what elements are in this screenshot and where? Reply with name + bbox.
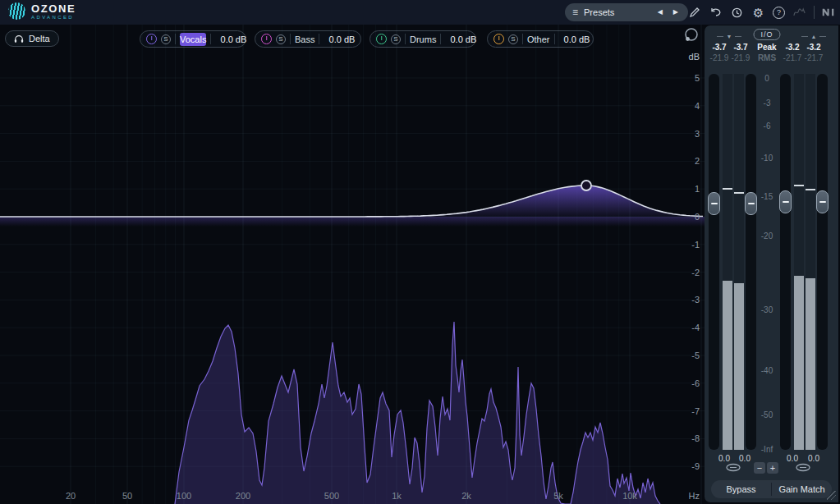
meter-scale-tick: -15	[761, 192, 773, 201]
svg-text:500: 500	[324, 491, 339, 501]
svg-text:-5: -5	[691, 351, 700, 360]
svg-text:-7: -7	[691, 406, 700, 416]
input-fader-track[interactable]	[746, 74, 756, 450]
input-meter-level	[723, 281, 732, 450]
svg-text:50: 50	[122, 491, 132, 501]
undo-icon[interactable]	[709, 6, 723, 20]
preset-prev-button[interactable]: ◀	[655, 3, 665, 21]
input-peak-value: -3.7	[733, 43, 747, 52]
preset-next-button[interactable]: ▶	[671, 3, 681, 21]
spectrum-fill	[175, 322, 660, 504]
svg-text:dB: dB	[689, 52, 700, 62]
svg-text:3: 3	[695, 129, 700, 139]
eq-curve-fill	[0, 186, 703, 217]
input-peak-value: -3.7	[712, 43, 726, 52]
svg-text:Hz: Hz	[689, 491, 700, 501]
output-gain-fader-handle[interactable]	[816, 190, 829, 213]
output-rms-value: -21.7	[783, 53, 802, 62]
ozone-window: OZONE ADVANCED ≡ Presets ◀ ▶ ⚙ ?	[0, 0, 840, 504]
io-toggle[interactable]: I/O	[753, 29, 780, 40]
topbar: OZONE ADVANCED ≡ Presets ◀ ▶ ⚙ ?	[0, 0, 840, 25]
input-gain-fader-handle[interactable]	[745, 192, 757, 215]
output-peak-value: -3.2	[806, 43, 820, 52]
output-gain-value: 0.0	[808, 454, 819, 463]
svg-text:4: 4	[695, 101, 700, 111]
svg-text:-8: -8	[691, 433, 700, 443]
meter-scale-tick: -50	[761, 410, 773, 419]
edit-pencil-icon[interactable]	[687, 6, 701, 20]
chevron-up-icon: ▲	[811, 34, 817, 39]
input-meter-level	[734, 283, 744, 450]
input-peak-hold-tick	[734, 192, 744, 194]
svg-text:-3: -3	[691, 295, 700, 305]
svg-text:10k: 10k	[622, 491, 637, 501]
input-channel-link-icon[interactable]	[725, 463, 741, 472]
chevron-down-icon: ▼	[727, 34, 732, 39]
app-title: OZONE	[31, 3, 76, 14]
ozone-logo-icon	[8, 2, 25, 20]
bypass-button[interactable]: Bypass	[711, 480, 771, 498]
bypass-gainmatch-group: Bypass Gain Match	[711, 480, 832, 498]
svg-text:-1: -1	[691, 240, 700, 250]
topbar-divider	[814, 6, 815, 19]
meter-scale-tick: -6	[764, 121, 771, 131]
gain-match-button[interactable]: Gain Match	[772, 480, 832, 498]
output-rms-value: -21.7	[805, 53, 824, 62]
svg-text:-4: -4	[691, 323, 700, 332]
svg-text:200: 200	[236, 491, 250, 501]
svg-text:20: 20	[66, 491, 76, 501]
svg-text:-2: -2	[691, 268, 700, 277]
output-peak-hold-tick	[806, 189, 815, 190]
input-fader-track[interactable]	[709, 74, 719, 450]
help-icon[interactable]: ?	[773, 7, 785, 19]
input-peak-hold-tick	[723, 188, 732, 190]
peak-label: Peak	[757, 43, 776, 52]
meter-scale-tick: -40	[761, 366, 773, 375]
listen-solo-icon[interactable]	[682, 25, 700, 48]
svg-text:5k: 5k	[553, 491, 563, 501]
output-meter-level	[794, 276, 804, 450]
gain-increment-button[interactable]: +	[767, 462, 778, 474]
scribble-signal-icon[interactable]	[792, 6, 806, 20]
output-gain-value: 0.0	[787, 454, 798, 463]
svg-text:-9: -9	[691, 461, 700, 471]
gain-decrement-button[interactable]: −	[754, 462, 765, 474]
output-meter-level	[806, 278, 815, 450]
output-fader-track[interactable]	[780, 74, 791, 450]
resize-grip[interactable]	[827, 491, 836, 500]
io-meter-panel: ▼ I/O ▲ Peak RMS -3.7-3.7-21.9-21.90.00.…	[705, 25, 838, 502]
presets-selector[interactable]: ≡ Presets ◀ ▶	[565, 3, 688, 21]
output-peak-hold-tick	[794, 185, 804, 186]
app-subtitle: ADVANCED	[31, 15, 76, 20]
svg-text:2k: 2k	[461, 491, 471, 501]
svg-text:100: 100	[177, 491, 191, 501]
input-gain-value: 0.0	[739, 454, 750, 463]
settings-gear-icon[interactable]: ⚙	[751, 6, 765, 20]
spectrum-analyzer[interactable]: dB543210-1-2-3-4-5-6-7-8-920501002005001…	[0, 25, 705, 504]
topbar-icons: ⚙ ?	[687, 0, 836, 25]
collapse-output-control[interactable]: ▲	[795, 34, 833, 39]
svg-text:5: 5	[695, 73, 700, 83]
meter-scale-tick: -20	[761, 231, 773, 241]
eq-baseline-glow	[0, 217, 705, 227]
meter-scale-tick: -3	[764, 99, 771, 108]
preset-list-icon: ≡	[572, 7, 578, 17]
output-fader-track[interactable]	[817, 74, 828, 450]
presets-label[interactable]: Presets	[584, 7, 650, 17]
output-gain-fader-handle[interactable]	[779, 190, 792, 213]
eq-band-node[interactable]	[581, 181, 591, 190]
rms-label: RMS	[758, 53, 776, 62]
output-channel-link-icon[interactable]	[795, 463, 811, 472]
input-gain-fader-handle[interactable]	[708, 192, 720, 215]
input-rms-value: -21.9	[710, 53, 729, 62]
history-icon[interactable]	[730, 6, 744, 20]
ozone-logo: OZONE ADVANCED	[8, 2, 76, 20]
ni-logo-icon	[822, 6, 836, 20]
svg-text:1: 1	[695, 184, 700, 194]
collapse-input-control[interactable]: ▼	[710, 34, 748, 39]
svg-text:-6: -6	[691, 378, 700, 388]
svg-text:0: 0	[695, 212, 700, 222]
meter-scale-tick: -30	[761, 305, 773, 314]
meter-scale-tick: 0	[764, 74, 769, 83]
output-peak-value: -3.2	[785, 43, 799, 52]
